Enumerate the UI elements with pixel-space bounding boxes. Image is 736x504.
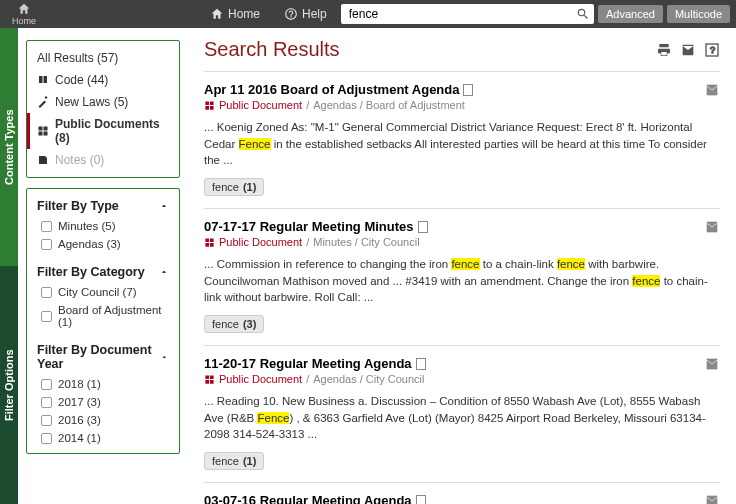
- search-result: 11-20-17 Regular Meeting Agenda Public D…: [204, 345, 720, 482]
- ct-all-results[interactable]: All Results (57): [27, 47, 179, 69]
- results-header: Search Results ?: [204, 38, 720, 61]
- result-snippet: ... Reading 10. New Business a. Discussi…: [204, 393, 720, 443]
- checkbox[interactable]: [41, 379, 52, 390]
- ct-code[interactable]: Code (44): [27, 69, 179, 91]
- results-area: Search Results ? Apr 11 2016 Board of Ad…: [188, 28, 736, 504]
- filter-opt-boa[interactable]: Board of Adjustment (1): [27, 301, 179, 331]
- chevron-up-icon: [160, 352, 169, 362]
- result-title[interactable]: Apr 11 2016 Board of Adjustment Agenda: [204, 82, 720, 97]
- grid-icon: [204, 374, 215, 385]
- side-tabs: Content Types Filter Options: [0, 28, 18, 504]
- filter-opt-city-council[interactable]: City Council (7): [27, 283, 179, 301]
- filter-opt-2018[interactable]: 2018 (1): [27, 375, 179, 393]
- checkbox[interactable]: [41, 397, 52, 408]
- filter-opt-2016[interactable]: 2016 (3): [27, 411, 179, 429]
- ct-notes[interactable]: Notes (0): [27, 149, 179, 171]
- checkbox[interactable]: [41, 311, 52, 322]
- filter-type-head[interactable]: Filter By Type: [27, 195, 179, 217]
- grid-icon: [37, 125, 49, 137]
- print-icon[interactable]: [656, 42, 672, 58]
- filter-opt-2014[interactable]: 2014 (1): [27, 429, 179, 447]
- search-icon[interactable]: [576, 7, 590, 21]
- tab-content-types[interactable]: Content Types: [0, 28, 18, 266]
- grid-icon: [204, 100, 215, 111]
- search-input[interactable]: [345, 7, 576, 21]
- result-crumbs[interactable]: Public Document/Agendas / City Council: [204, 373, 720, 385]
- term-badge[interactable]: fence (1): [204, 178, 264, 196]
- mail-icon[interactable]: [704, 219, 720, 235]
- filter-year-head[interactable]: Filter By Document Year: [27, 339, 179, 375]
- content-types-panel: All Results (57) Code (44) New Laws (5) …: [26, 40, 180, 178]
- result-title[interactable]: 07-17-17 Regular Meeting Minutes: [204, 219, 720, 234]
- mail-icon[interactable]: [704, 493, 720, 504]
- nav-help[interactable]: Help: [274, 7, 337, 21]
- result-crumbs[interactable]: Public Document/Agendas / Board of Adjus…: [204, 99, 720, 111]
- chevron-up-icon: [159, 267, 169, 277]
- term-badge[interactable]: fence (3): [204, 315, 264, 333]
- topbar: Home Home Help Advanced Multicode: [0, 0, 736, 28]
- filter-opt-agendas[interactable]: Agendas (3): [27, 235, 179, 253]
- doc-icon: [416, 358, 426, 370]
- checkbox[interactable]: [41, 433, 52, 444]
- grid-icon: [204, 237, 215, 248]
- ct-new-laws[interactable]: New Laws (5): [27, 91, 179, 113]
- checkbox[interactable]: [41, 415, 52, 426]
- doc-icon: [418, 221, 428, 233]
- mail-icon[interactable]: [680, 42, 696, 58]
- note-icon: [37, 154, 49, 166]
- multicode-button[interactable]: Multicode: [667, 5, 730, 23]
- checkbox[interactable]: [41, 239, 52, 250]
- main: All Results (57) Code (44) New Laws (5) …: [18, 28, 736, 504]
- result-snippet: ... Koenig Zoned As: "M-1" General Comme…: [204, 119, 720, 169]
- term-badge[interactable]: fence (1): [204, 452, 264, 470]
- chevron-up-icon: [159, 201, 169, 211]
- sidebar: All Results (57) Code (44) New Laws (5) …: [18, 28, 188, 504]
- advanced-button[interactable]: Advanced: [598, 5, 663, 23]
- svg-text:?: ?: [710, 45, 715, 55]
- checkbox[interactable]: [41, 221, 52, 232]
- book-icon: [37, 74, 49, 86]
- help-icon[interactable]: ?: [704, 42, 720, 58]
- filter-opt-minutes[interactable]: Minutes (5): [27, 217, 179, 235]
- wand-icon: [37, 96, 49, 108]
- filters-panel: Filter By Type Minutes (5) Agendas (3) F…: [26, 188, 180, 454]
- doc-icon: [463, 84, 473, 96]
- search-box[interactable]: [341, 4, 594, 24]
- result-snippet: ... Commission in reference to changing …: [204, 256, 720, 306]
- filter-category-head[interactable]: Filter By Category: [27, 261, 179, 283]
- home-button[interactable]: Home: [6, 2, 42, 26]
- search-result: 03-07-16 Regular Meeting Agenda Public D…: [204, 482, 720, 504]
- doc-icon: [416, 495, 426, 504]
- results-title: Search Results: [204, 38, 340, 61]
- result-title[interactable]: 11-20-17 Regular Meeting Agenda: [204, 356, 720, 371]
- checkbox[interactable]: [41, 287, 52, 298]
- result-crumbs[interactable]: Public Document/Minutes / City Council: [204, 236, 720, 248]
- result-title[interactable]: 03-07-16 Regular Meeting Agenda: [204, 493, 720, 504]
- home-label: Home: [12, 16, 36, 26]
- tab-filter-options[interactable]: Filter Options: [0, 266, 18, 504]
- ct-public-documents[interactable]: Public Documents (8): [27, 113, 179, 149]
- search-result: 07-17-17 Regular Meeting Minutes Public …: [204, 208, 720, 345]
- mail-icon[interactable]: [704, 356, 720, 372]
- search-result: Apr 11 2016 Board of Adjustment Agenda P…: [204, 71, 720, 208]
- nav-home[interactable]: Home: [200, 7, 270, 21]
- mail-icon[interactable]: [704, 82, 720, 98]
- filter-opt-2017[interactable]: 2017 (3): [27, 393, 179, 411]
